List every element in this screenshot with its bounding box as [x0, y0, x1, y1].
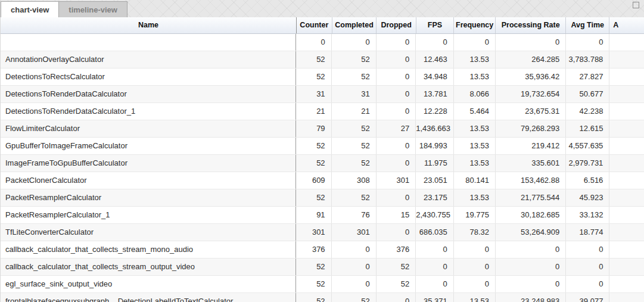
cell-value: 264.285 — [496, 51, 566, 68]
table-row: GpuBufferToImageFrameCalculator52520184.… — [1, 138, 644, 155]
cell-value: 0 — [416, 34, 454, 51]
column-header-frequency[interactable]: Frequency — [454, 17, 496, 33]
cell-value: 0 — [454, 34, 496, 51]
cell-empty — [609, 276, 644, 292]
column-header-completed[interactable]: Completed — [332, 17, 377, 33]
column-header-fps[interactable]: FPS — [416, 17, 454, 33]
cell-value: 219.412 — [496, 138, 566, 154]
cell-empty — [609, 155, 644, 172]
cell-empty — [609, 51, 644, 68]
cell-name: callback_calculator_that_collects_stream… — [1, 241, 296, 258]
cell-value: 301 — [332, 224, 377, 241]
cell-value: 0 — [496, 259, 566, 275]
cell-value: 13.53 — [454, 69, 496, 85]
table-row: PacketClonerCalculator60930830123.05180.… — [1, 172, 644, 189]
cell-value: 335.601 — [496, 155, 566, 172]
cell-value: 301 — [296, 224, 332, 241]
cell-value: 76 — [332, 207, 377, 223]
cell-value: 23.175 — [416, 189, 454, 206]
cell-value: 0 — [377, 86, 416, 102]
cell-value: 31 — [296, 86, 332, 102]
cell-empty — [609, 103, 644, 120]
cell-value: 4,557.635 — [566, 138, 609, 154]
cell-value: 0 — [566, 276, 609, 292]
table-row: DetectionsToRectsCalculator5252034.94813… — [1, 69, 644, 86]
cell-empty — [609, 172, 644, 189]
tab-timeline-view[interactable]: timeline-view — [59, 1, 127, 17]
cell-value: 27 — [377, 120, 416, 137]
table-body: 0000000AnnotationOverlayCalculator525201… — [1, 34, 644, 302]
column-header-dropped[interactable]: Dropped — [377, 17, 416, 33]
cell-name: PacketClonerCalculator — [1, 172, 296, 189]
cell-value: 0 — [377, 69, 416, 85]
cell-value: 0 — [332, 259, 377, 275]
cell-value: 0 — [566, 241, 609, 258]
cell-value: 23,248.983 — [496, 293, 566, 302]
cell-value: 35.371 — [416, 293, 454, 302]
cell-name: PacketResamplerCalculator — [1, 189, 296, 206]
cell-empty — [609, 224, 644, 241]
cell-value: 376 — [377, 241, 416, 258]
cell-value: 0 — [416, 241, 454, 258]
stats-panel: chart-view timeline-view NameCounterComp… — [0, 0, 644, 302]
column-header-a[interactable]: A — [609, 17, 644, 33]
cell-value: 609 — [296, 172, 332, 189]
table-row: 0000000 — [1, 34, 644, 51]
cell-value: 33.132 — [566, 207, 609, 223]
cell-value: 52 — [296, 189, 332, 206]
cell-value: 12.228 — [416, 103, 454, 120]
cell-name: FlowLimiterCalculator — [1, 120, 296, 137]
column-header-counter[interactable]: Counter — [297, 17, 332, 33]
cell-value: 2,430.755 — [416, 207, 454, 223]
maximize-icon[interactable] — [633, 2, 639, 8]
cell-empty — [609, 120, 644, 137]
cell-value: 5.464 — [454, 103, 496, 120]
cell-name — [1, 34, 296, 51]
cell-value: 13.53 — [454, 120, 496, 137]
table-row: PacketResamplerCalculator_19176152,430.7… — [1, 207, 644, 224]
cell-name: DetectionsToRenderDataCalculator_1 — [1, 103, 296, 120]
table-row: PacketResamplerCalculator5252023.17513.5… — [1, 189, 644, 207]
cell-name: GpuBufferToImageFrameCalculator — [1, 138, 296, 154]
cell-empty — [609, 138, 644, 154]
cell-value: 31 — [332, 86, 377, 102]
cell-empty — [609, 69, 644, 85]
cell-value: 52 — [296, 69, 332, 85]
cell-value: 0 — [377, 189, 416, 206]
cell-value: 184.993 — [416, 138, 454, 154]
cell-value: 0 — [496, 34, 566, 51]
cell-name: DetectionsToRectsCalculator — [1, 69, 296, 85]
cell-value: 52 — [332, 189, 377, 206]
cell-value: 0 — [454, 241, 496, 258]
cell-value: 21 — [332, 103, 377, 120]
column-header-avg-time[interactable]: Avg Time — [566, 17, 609, 33]
cell-value: 0 — [416, 259, 454, 275]
cell-name: PacketResamplerCalculator_1 — [1, 207, 296, 223]
column-header-name[interactable]: Name — [1, 17, 297, 33]
cell-value: 34.948 — [416, 69, 454, 85]
cell-empty — [609, 207, 644, 223]
cell-name: AnnotationOverlayCalculator — [1, 51, 296, 68]
cell-value: 1,436.663 — [416, 120, 454, 137]
cell-name: callback_calculator_that_collects_stream… — [1, 259, 296, 275]
cell-empty — [609, 259, 644, 275]
tab-bar: chart-view timeline-view — [1, 0, 644, 17]
cell-value: 23,675.31 — [496, 103, 566, 120]
cell-value: 0 — [377, 34, 416, 51]
cell-value: 0 — [496, 241, 566, 258]
cell-value: 0 — [332, 276, 377, 292]
cell-name: DetectionsToRenderDataCalculator — [1, 86, 296, 102]
cell-value: 301 — [377, 172, 416, 189]
tab-chart-view[interactable]: chart-view — [1, 1, 59, 17]
cell-value: 30,182.685 — [496, 207, 566, 223]
cell-empty — [609, 189, 644, 206]
cell-value: 19,732.654 — [496, 86, 566, 102]
cell-value: 6.516 — [566, 172, 609, 189]
cell-value: 52 — [296, 259, 332, 275]
cell-name: TfLiteConverterCalculator — [1, 224, 296, 241]
cell-value: 23.051 — [416, 172, 454, 189]
cell-value: 52 — [296, 276, 332, 292]
cell-value: 13.53 — [454, 138, 496, 154]
table-row: AnnotationOverlayCalculator5252012.46313… — [1, 51, 644, 69]
column-header-processing-rate[interactable]: Processing Rate — [496, 17, 566, 33]
